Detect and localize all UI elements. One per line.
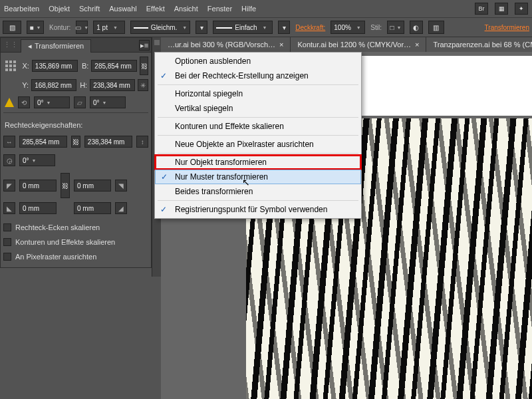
rect-angle-icon: ◶ — [3, 154, 15, 166]
brush-field[interactable]: Einfach — [213, 21, 273, 34]
bridge-icon[interactable]: Br — [475, 3, 488, 15]
corner-br-field[interactable]: 0 mm — [74, 202, 111, 214]
cb-pixel-align[interactable] — [3, 253, 11, 261]
width-field[interactable]: 285,854 mm — [91, 60, 137, 72]
menu-scale-strokes-fx[interactable]: Konturen und Effekte skalieren — [155, 119, 361, 134]
doc-tab-1[interactable]: …ur.ai bei 300 % (RGB/Vorsch… × — [161, 37, 291, 52]
height-field[interactable]: 238,384 mm — [90, 79, 134, 91]
menu-transform-pattern-only[interactable]: ✓ Nur Muster transformieren ↖ — [155, 170, 361, 184]
check-icon: ✓ — [160, 71, 167, 80]
corner-tl-field[interactable]: 0 mm — [19, 180, 57, 192]
menu-item-label: Registrierungspunkt für Symbol verwenden — [175, 205, 327, 214]
menu-flip-vertical[interactable]: Vertikal spiegeln — [155, 101, 361, 116]
h-label: H: — [79, 81, 88, 89]
shear-field[interactable]: 0° — [90, 96, 126, 108]
opacity-label[interactable]: Deckkraft: — [295, 24, 325, 31]
menu-separator — [158, 135, 358, 136]
opacity-field[interactable]: 100% — [331, 21, 365, 34]
panel-flyout-menu: Optionen ausblenden ✓Bei der Rechteck-Er… — [154, 52, 362, 219]
reference-point-icon[interactable] — [3, 58, 18, 74]
rotate-field[interactable]: 0° — [34, 96, 70, 108]
menu-item-label: Konturen und Effekte skalieren — [175, 122, 284, 131]
tool-preset-icon[interactable]: ▧ — [3, 21, 21, 34]
y-field[interactable]: 168,882 mm — [31, 79, 76, 91]
transform-panel: ⋮⋮ ◂ Transformieren ▸≡ X: 135,869 mm B: … — [0, 37, 152, 268]
menu-item-label: Optionen ausblenden — [175, 57, 251, 66]
doc-tab-2-label: Kontur.ai bei 1200 % (CMYK/Vor… — [297, 41, 411, 49]
transform-link[interactable]: Transformieren — [485, 24, 529, 31]
menu-select[interactable]: Auswahl — [109, 5, 137, 13]
menu-separator — [158, 200, 358, 201]
corner-br-icon: ◢ — [115, 202, 127, 214]
gpu-icon[interactable]: ✦ — [515, 3, 528, 15]
stroke-swatch[interactable]: ▭ — [76, 21, 88, 34]
link-rect-icon[interactable]: ⛓ — [71, 136, 80, 148]
align-icon[interactable]: ▥ — [428, 21, 444, 34]
panel-flyout-button[interactable]: ▸≡ — [139, 40, 150, 51]
panel-grip-icon[interactable]: ⋮⋮ — [3, 41, 18, 49]
b-label: B: — [80, 62, 89, 70]
rect-props-title: Rechteckeigenschaften: — [5, 121, 148, 129]
dock-collapse-icon[interactable] — [154, 40, 160, 45]
panel-body: X: 135,869 mm B: 285,854 mm ⛓ Y: 168,882… — [1, 53, 151, 267]
doc-tab-3-label: Tranzparenzen.ai bei 68 % (CM… — [433, 41, 532, 49]
x-field[interactable]: 135,869 mm — [32, 60, 78, 72]
stroke-weight-field[interactable]: 1 pt — [93, 21, 125, 34]
menu-align-new-to-pixelgrid[interactable]: Neue Objekte an Pixelraster ausrichten — [155, 137, 361, 152]
brush-options-icon[interactable]: ▾ — [278, 21, 290, 34]
dash-preview-icon — [134, 27, 148, 31]
menu-separator — [158, 84, 358, 85]
arrange-docs-icon[interactable]: ▦ — [495, 3, 508, 15]
menu-item-label: Nur Objekt transformieren — [175, 158, 267, 167]
menu-help[interactable]: Hilfe — [241, 5, 256, 13]
document-tabs: …ur.ai bei 300 % (RGB/Vorsch… × Kontur.a… — [161, 37, 532, 52]
y-label: Y: — [21, 81, 29, 89]
panel-tab-caret-icon: ◂ — [28, 42, 32, 51]
doc-tab-3[interactable]: Tranzparenzen.ai bei 68 % (CM… — [426, 37, 532, 52]
rect-width-field[interactable]: 285,854 mm — [19, 136, 68, 148]
menu-window[interactable]: Fenster — [207, 5, 232, 13]
graphic-style-swatch[interactable]: □ — [387, 21, 404, 34]
doc-tab-2[interactable]: Kontur.ai bei 1200 % (CMYK/Vor… × — [291, 37, 426, 52]
corner-bl-icon: ◣ — [3, 202, 15, 214]
menu-effect[interactable]: Effekt — [146, 5, 165, 13]
corner-tl-icon: ◤ — [3, 180, 15, 192]
menu-item-label: Horizontal spiegeln — [175, 89, 243, 98]
menu-transform-both[interactable]: Beides transformieren — [155, 184, 361, 199]
scale-strokes-icon[interactable]: ✳ — [138, 79, 148, 91]
check-icon: ✓ — [160, 205, 167, 214]
link-corners-icon[interactable]: ⛓ — [61, 173, 70, 198]
rect-width-icon: ↔ — [3, 136, 15, 148]
cb-scale-corners-label: Rechteck-Ecken skalieren — [15, 223, 100, 231]
panel-tab-transform[interactable]: ◂ Transformieren — [21, 39, 91, 53]
close-icon[interactable]: × — [279, 41, 283, 49]
menu-hide-options[interactable]: Optionen ausblenden — [155, 54, 361, 68]
menu-flip-horizontal[interactable]: Horizontal spiegeln — [155, 86, 361, 101]
menubar-right-group: Br ▦ ✦ — [475, 3, 528, 15]
rotate-icon: ⟲ — [18, 96, 30, 108]
cb-scale-fx[interactable] — [3, 238, 11, 246]
menu-view[interactable]: Ansicht — [174, 5, 198, 13]
cb-pixel-align-label: An Pixelraster ausrichten — [15, 253, 96, 261]
corner-tr-field[interactable]: 0 mm — [74, 180, 111, 192]
rect-height-field[interactable]: 238,384 mm — [84, 136, 133, 148]
fill-swatch[interactable]: ■ — [27, 21, 44, 34]
recolor-icon[interactable]: ◐ — [410, 21, 423, 34]
menu-type[interactable]: Schrift — [79, 5, 100, 13]
menu-edit[interactable]: Bearbeiten — [4, 5, 39, 13]
rect-angle-field[interactable]: 0° — [19, 154, 55, 166]
warning-icon — [5, 98, 14, 107]
close-icon[interactable]: × — [415, 41, 419, 49]
menu-show-on-rect-create[interactable]: ✓Bei der Rechteck-Erstellung anzeigen — [155, 68, 361, 83]
menu-object[interactable]: Objekt — [49, 5, 70, 13]
options-bar: ▧ ■ Kontur: ▭ 1 pt Gleichm. ▾ Einfach ▾ … — [0, 17, 532, 37]
dash-options-icon[interactable]: ▾ — [196, 21, 207, 34]
menu-use-reg-point[interactable]: ✓Registrierungspunkt für Symbol verwende… — [155, 202, 361, 217]
link-wh-icon[interactable]: ⛓ — [140, 57, 148, 75]
dash-profile-field[interactable]: Gleichm. — [130, 21, 190, 34]
corner-bl-field[interactable]: 0 mm — [19, 202, 57, 214]
stroke-label: Kontur: — [49, 24, 70, 31]
cb-scale-corners[interactable] — [3, 223, 11, 231]
rect-height-icon: ↕ — [136, 136, 148, 148]
menu-transform-object-only[interactable]: Nur Objekt transformieren — [155, 155, 361, 170]
